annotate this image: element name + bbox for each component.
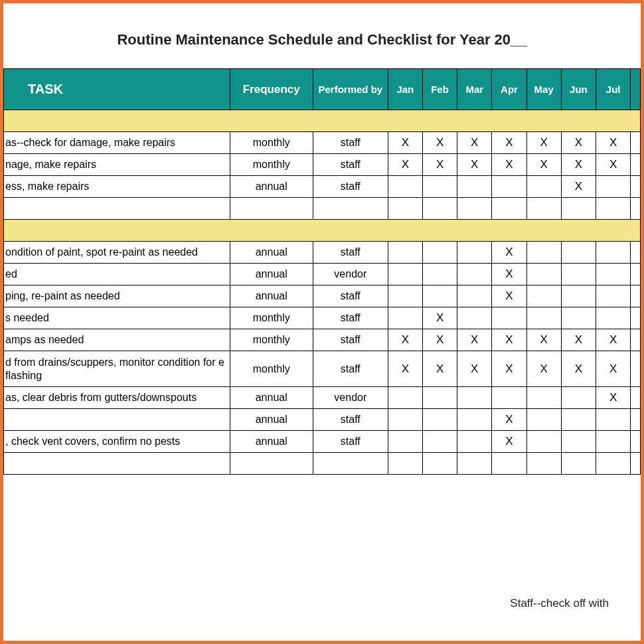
month-cell: X [422, 307, 457, 329]
empty-cell [457, 198, 492, 220]
empty-cell [230, 453, 313, 475]
col-mar: Mar [457, 69, 492, 110]
month-cell [526, 387, 561, 409]
performed-by-cell: staff [313, 409, 388, 431]
performed-by-cell: staff [313, 176, 388, 198]
empty-cell [313, 198, 388, 220]
month-cell [457, 307, 492, 329]
month-cell [561, 431, 596, 453]
month-cell [596, 242, 631, 264]
col-performed-by: Performed by [313, 69, 388, 110]
table-row: ondition of paint, spot re-paint as need… [4, 242, 641, 264]
task-cell: ed [4, 264, 230, 285]
task-cell: ess, make repairs [4, 176, 230, 198]
table-body: as--check for damage, make repairsmonthl… [4, 110, 641, 475]
month-cell-edge [631, 329, 641, 351]
month-cell [526, 285, 561, 307]
month-cell [388, 409, 422, 431]
month-cell: X [526, 132, 561, 154]
month-cell-edge [631, 264, 641, 285]
month-cell [561, 285, 596, 307]
table-row: ess, make repairsannualstaffX [4, 176, 641, 198]
task-cell [4, 409, 230, 431]
month-cell: X [422, 329, 457, 351]
month-cell [596, 409, 631, 431]
month-cell-edge [631, 307, 641, 329]
frequency-cell: monthly [230, 351, 313, 387]
month-cell: X [422, 351, 457, 387]
empty-cell [422, 453, 457, 475]
month-cell: X [526, 351, 561, 387]
month-cell: X [596, 132, 631, 154]
table-row: ping, re-paint as neededannualstaffX [4, 285, 641, 307]
month-cell [422, 285, 457, 307]
task-cell: d from drains/scuppers, monitor conditio… [4, 351, 230, 387]
empty-cell [388, 198, 422, 220]
col-jul: Jul [596, 69, 631, 110]
table-row: as--check for damage, make repairsmonthl… [4, 132, 641, 154]
month-cell [526, 431, 561, 453]
month-cell [596, 307, 631, 329]
frequency-cell: monthly [230, 329, 313, 351]
task-cell: ping, re-paint as needed [4, 285, 230, 307]
col-aug-edge [631, 69, 641, 110]
month-cell-edge [631, 176, 641, 198]
month-cell [422, 409, 457, 431]
empty-cell [631, 453, 641, 475]
month-cell-edge [631, 132, 641, 154]
frequency-cell: annual [230, 387, 313, 409]
month-cell-edge [631, 431, 641, 453]
empty-cell [457, 453, 492, 475]
section-band [4, 110, 641, 132]
month-cell [422, 387, 457, 409]
month-cell [457, 285, 492, 307]
frequency-cell: monthly [230, 132, 313, 154]
performed-by-cell: staff [313, 132, 388, 154]
month-cell: X [492, 264, 526, 285]
month-cell-edge [631, 242, 641, 264]
table-row [4, 453, 641, 475]
task-cell: ondition of paint, spot re-paint as need… [4, 242, 230, 264]
month-cell [492, 387, 526, 409]
performed-by-cell: staff [313, 351, 388, 387]
empty-cell [561, 198, 596, 220]
month-cell-edge [631, 154, 641, 176]
empty-cell [313, 453, 388, 475]
month-cell [457, 242, 492, 264]
month-cell [422, 176, 457, 198]
month-cell: X [457, 132, 492, 154]
month-cell-edge [631, 285, 641, 307]
month-cell [526, 264, 561, 285]
table-row: s neededmonthlystaffX [4, 307, 641, 329]
month-cell [492, 176, 526, 198]
performed-by-cell: staff [313, 307, 388, 329]
table-row: , check vent covers, confirm no pestsann… [4, 431, 641, 453]
month-cell [561, 307, 596, 329]
month-cell [457, 431, 492, 453]
frequency-cell: monthly [230, 307, 313, 329]
month-cell: X [457, 154, 492, 176]
empty-cell [492, 453, 526, 475]
month-cell: X [422, 132, 457, 154]
month-cell: X [492, 409, 526, 431]
month-cell [492, 307, 526, 329]
month-cell-edge [631, 387, 641, 409]
month-cell: X [492, 351, 526, 387]
month-cell [457, 409, 492, 431]
frequency-cell: annual [230, 264, 313, 285]
task-cell: , check vent covers, confirm no pests [4, 431, 230, 453]
month-cell: X [492, 285, 526, 307]
month-cell [388, 242, 422, 264]
month-cell [596, 285, 631, 307]
header-row: TASK Frequency Performed by Jan Feb Mar … [4, 69, 641, 110]
empty-cell [4, 198, 230, 220]
footer-note: Staff--check off with [510, 597, 609, 610]
month-cell [526, 242, 561, 264]
month-cell: X [492, 242, 526, 264]
month-cell [561, 409, 596, 431]
month-cell: X [492, 154, 526, 176]
col-apr: Apr [492, 69, 526, 110]
frequency-cell: annual [230, 285, 313, 307]
month-cell [388, 307, 422, 329]
performed-by-cell: staff [313, 285, 388, 307]
